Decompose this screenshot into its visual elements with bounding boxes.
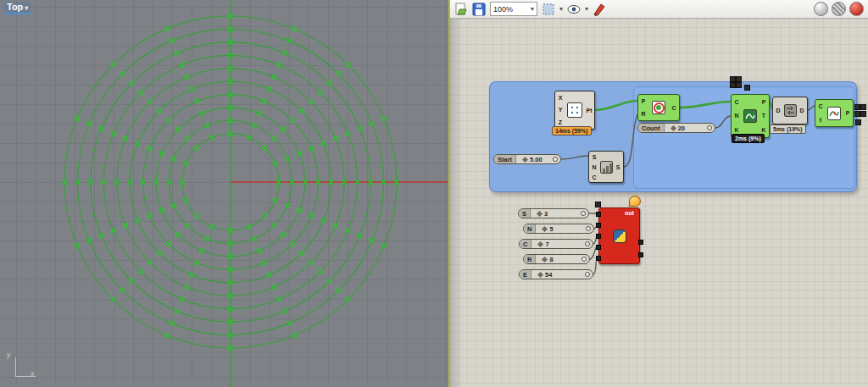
evaluate-curve-component[interactable]: C t P [815, 99, 854, 127]
start-slider[interactable]: Start 5.00 [493, 154, 561, 164]
script-output-pin[interactable]: out [625, 210, 634, 216]
input-pin[interactable]: Z [559, 119, 562, 125]
zoom-select[interactable]: 100% ▾ [490, 2, 537, 16]
widget-square[interactable] [860, 111, 866, 117]
series-component[interactable]: S N C S [588, 151, 624, 183]
widget-square[interactable] [744, 85, 750, 91]
input-pin[interactable]: Y [559, 107, 563, 113]
input-pin[interactable]: N [592, 164, 596, 170]
output-pin[interactable]: D [799, 108, 804, 113]
viewport-title[interactable]: Top▾ [4, 2, 31, 14]
widget-square[interactable] [854, 104, 860, 110]
construct-point-component[interactable]: X Y Z Pt [554, 91, 595, 130]
output-pin[interactable]: Pt [587, 108, 593, 113]
script-output-grip[interactable] [638, 252, 643, 257]
output-pin[interactable]: K [761, 127, 765, 133]
slider-output-grip[interactable] [585, 241, 590, 246]
widget-square[interactable] [595, 202, 601, 207]
script-component[interactable] [598, 207, 640, 264]
slider-handle[interactable] [537, 240, 543, 246]
slider-label: N [524, 224, 536, 233]
circle-component[interactable]: P R C [637, 94, 680, 121]
slider-output-grip[interactable] [707, 125, 712, 130]
widget-square[interactable] [730, 82, 736, 88]
inputs: S N C [589, 152, 599, 182]
slider-output-grip[interactable] [553, 157, 558, 162]
widget-square[interactable] [855, 119, 861, 125]
output-pin[interactable]: P [846, 110, 850, 116]
slider-handle[interactable] [537, 210, 542, 216]
input-pin[interactable]: X [559, 95, 563, 101]
inputs: P R [638, 95, 648, 120]
input-pin[interactable]: t [820, 117, 821, 123]
slider-value: 5.00 [530, 156, 542, 163]
input-pin[interactable]: C [818, 103, 822, 109]
slider-handle[interactable] [670, 124, 676, 130]
widget-square[interactable] [730, 76, 736, 82]
output-pin[interactable]: T [762, 113, 765, 119]
slider-e[interactable]: E 54 [519, 269, 593, 279]
preview-eye-icon[interactable] [567, 3, 581, 16]
gh-canvas[interactable] [450, 19, 868, 387]
slider-label: Count [638, 124, 665, 132]
evaluate-curve-icon [827, 107, 841, 120]
canvas-shadow [450, 19, 462, 387]
zoom-value: 100% [493, 5, 513, 14]
slider-output-grip[interactable] [581, 257, 587, 262]
slider-s[interactable]: S 3 [518, 208, 589, 218]
widget-square[interactable] [854, 111, 860, 117]
widget-square[interactable] [736, 82, 742, 88]
save-icon[interactable] [472, 3, 486, 16]
output-pin[interactable]: P [762, 99, 766, 105]
output-pin[interactable]: S [616, 164, 620, 170]
selection-tool-icon[interactable] [542, 3, 555, 16]
polar-grid-drawing [0, 0, 448, 387]
script-input-grip[interactable] [596, 223, 601, 228]
input-pin[interactable]: K [734, 127, 738, 133]
slider-handle[interactable] [542, 225, 548, 231]
slider-handle[interactable] [537, 271, 543, 277]
script-input-grip[interactable] [596, 234, 601, 239]
chevron-down-icon[interactable]: ▾ [559, 5, 563, 13]
input-pin[interactable]: R [641, 111, 645, 117]
input-pin[interactable]: C [734, 99, 738, 105]
widget-square[interactable] [736, 76, 742, 82]
slider-handle[interactable] [522, 156, 528, 162]
slider-n[interactable]: N 5 [523, 224, 594, 234]
wireframe-preview-icon[interactable] [832, 2, 846, 16]
open-file-icon[interactable] [454, 3, 468, 16]
dispatch-component[interactable]: D D [772, 97, 808, 124]
slider-handle[interactable] [542, 256, 548, 262]
input-pin[interactable]: P [642, 98, 646, 104]
slider-label: E [520, 270, 531, 279]
shaded-preview-icon[interactable] [814, 2, 828, 16]
inputs: D [773, 97, 783, 124]
no-preview-icon[interactable] [849, 2, 864, 16]
chevron-down-icon[interactable]: ▾ [585, 5, 588, 13]
input-pin[interactable]: C [592, 174, 596, 180]
outputs: P T K [759, 95, 769, 137]
script-input-grip[interactable] [596, 212, 601, 217]
input-pin[interactable]: N [734, 113, 738, 119]
widget-square[interactable] [860, 104, 866, 110]
slider-output-grip[interactable] [585, 272, 590, 277]
count-slider[interactable]: Count 20 [637, 123, 715, 133]
slider-r[interactable]: R 8 [523, 254, 590, 264]
slider-output-grip[interactable] [586, 226, 591, 231]
script-input-grip[interactable] [596, 245, 601, 250]
slider-output-grip[interactable] [581, 211, 586, 216]
x-axis-label: x [31, 369, 35, 378]
slider-value: 8 [549, 256, 553, 263]
slider-value: 20 [678, 124, 685, 132]
rhino-viewport[interactable]: Top▾ y x [0, 0, 448, 387]
profiler-label: 14ms (59%) [552, 126, 592, 135]
marker-pen-icon[interactable] [593, 3, 606, 16]
input-pin[interactable]: D [776, 108, 780, 113]
script-output-grip[interactable] [638, 240, 643, 245]
warning-balloon-icon[interactable] [629, 196, 641, 207]
script-input-grip[interactable] [596, 256, 601, 261]
output-pin[interactable]: C [671, 105, 676, 111]
slider-c[interactable]: C 7 [519, 239, 593, 249]
input-pin[interactable]: S [593, 154, 597, 160]
divide-curve-component[interactable]: C N K P T K [731, 94, 770, 138]
